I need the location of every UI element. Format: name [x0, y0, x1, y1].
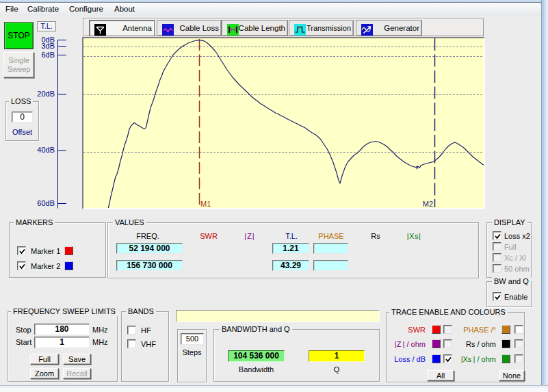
svg-text:M1: M1: [200, 200, 211, 208]
svg-text:M2: M2: [423, 200, 433, 208]
